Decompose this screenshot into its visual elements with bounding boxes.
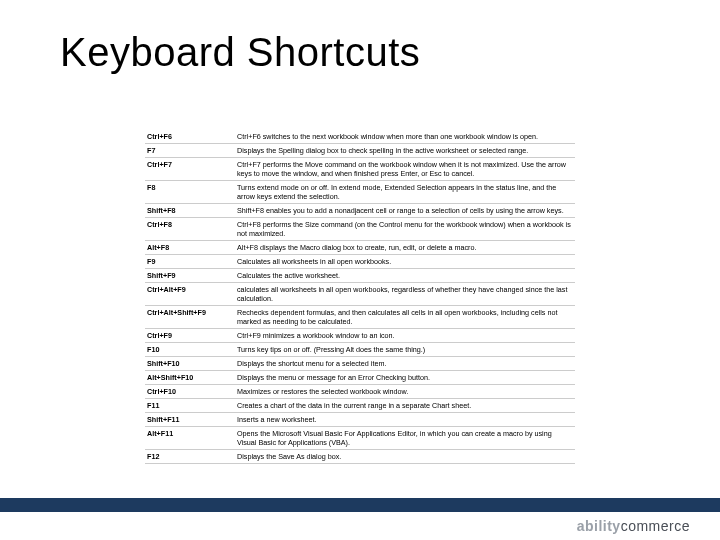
table-row: F9Calculates all worksheets in all open … — [145, 255, 575, 269]
shortcut-desc: Displays the menu or message for an Erro… — [235, 371, 575, 385]
shortcut-desc: Turns key tips on or off. (Pressing Alt … — [235, 343, 575, 357]
table-row: Alt+F8Alt+F8 displays the Macro dialog b… — [145, 241, 575, 255]
shortcut-desc: Displays the shortcut menu for a selecte… — [235, 357, 575, 371]
table-row: Ctrl+F6Ctrl+F6 switches to the next work… — [145, 130, 575, 144]
shortcut-key: Ctrl+Alt+F9 — [145, 283, 235, 306]
shortcut-key: F10 — [145, 343, 235, 357]
shortcut-desc: Calculates the active worksheet. — [235, 269, 575, 283]
shortcut-desc: Inserts a new worksheet. — [235, 413, 575, 427]
table-row: Ctrl+Alt+F9calculates all worksheets in … — [145, 283, 575, 306]
table-row: Alt+F11Opens the Microsoft Visual Basic … — [145, 427, 575, 450]
table-row: Ctrl+F10Maximizes or restores the select… — [145, 385, 575, 399]
shortcut-desc: Ctrl+F6 switches to the next workbook wi… — [235, 130, 575, 144]
table-row: Shift+F8Shift+F8 enables you to add a no… — [145, 204, 575, 218]
shortcut-key: Ctrl+F9 — [145, 329, 235, 343]
shortcut-desc: Rechecks dependent formulas, and then ca… — [235, 306, 575, 329]
shortcut-desc: Ctrl+F7 performs the Move command on the… — [235, 158, 575, 181]
shortcut-desc: Ctrl+F8 performs the Size command (on th… — [235, 218, 575, 241]
shortcut-key: Ctrl+F6 — [145, 130, 235, 144]
shortcut-desc: Ctrl+F9 minimizes a workbook window to a… — [235, 329, 575, 343]
table-row: F8Turns extend mode on or off. In extend… — [145, 181, 575, 204]
shortcuts-table-wrapper: Ctrl+F6Ctrl+F6 switches to the next work… — [145, 130, 575, 464]
table-row: Shift+F10Displays the shortcut menu for … — [145, 357, 575, 371]
table-row: Shift+F11Inserts a new worksheet. — [145, 413, 575, 427]
table-row: F11Creates a chart of the data in the cu… — [145, 399, 575, 413]
shortcut-key: Shift+F9 — [145, 269, 235, 283]
shortcut-key: Alt+Shift+F10 — [145, 371, 235, 385]
table-row: Ctrl+Alt+Shift+F9Rechecks dependent form… — [145, 306, 575, 329]
shortcut-key: F12 — [145, 450, 235, 464]
shortcut-key: Alt+F11 — [145, 427, 235, 450]
shortcut-key: F7 — [145, 144, 235, 158]
shortcut-key: Shift+F11 — [145, 413, 235, 427]
table-row: F10Turns key tips on or off. (Pressing A… — [145, 343, 575, 357]
shortcut-key: Shift+F10 — [145, 357, 235, 371]
table-row: Alt+Shift+F10Displays the menu or messag… — [145, 371, 575, 385]
shortcut-key: Shift+F8 — [145, 204, 235, 218]
shortcut-key: Ctrl+Alt+Shift+F9 — [145, 306, 235, 329]
shortcut-key: Ctrl+F10 — [145, 385, 235, 399]
shortcut-desc: Displays the Save As dialog box. — [235, 450, 575, 464]
footer-bar — [0, 498, 720, 512]
shortcut-desc: Calculates all worksheets in all open wo… — [235, 255, 575, 269]
table-row: F7Displays the Spelling dialog box to ch… — [145, 144, 575, 158]
logo-right: commerce — [621, 518, 690, 534]
shortcut-key: Ctrl+F8 — [145, 218, 235, 241]
logo: abilitycommerce — [577, 518, 690, 534]
shortcut-desc: Creates a chart of the data in the curre… — [235, 399, 575, 413]
table-row: Shift+F9Calculates the active worksheet. — [145, 269, 575, 283]
slide: Keyboard Shortcuts Ctrl+F6Ctrl+F6 switch… — [0, 0, 720, 540]
shortcut-key: Alt+F8 — [145, 241, 235, 255]
shortcut-key: F11 — [145, 399, 235, 413]
shortcut-key: F9 — [145, 255, 235, 269]
logo-left: ability — [577, 518, 621, 534]
shortcut-key: F8 — [145, 181, 235, 204]
table-row: Ctrl+F7Ctrl+F7 performs the Move command… — [145, 158, 575, 181]
shortcut-desc: Turns extend mode on or off. In extend m… — [235, 181, 575, 204]
shortcut-desc: Maximizes or restores the selected workb… — [235, 385, 575, 399]
table-row: Ctrl+F8Ctrl+F8 performs the Size command… — [145, 218, 575, 241]
shortcut-desc: Opens the Microsoft Visual Basic For App… — [235, 427, 575, 450]
shortcut-key: Ctrl+F7 — [145, 158, 235, 181]
shortcut-desc: Alt+F8 displays the Macro dialog box to … — [235, 241, 575, 255]
shortcut-desc: calculates all worksheets in all open wo… — [235, 283, 575, 306]
page-title: Keyboard Shortcuts — [60, 30, 420, 75]
table-row: Ctrl+F9Ctrl+F9 minimizes a workbook wind… — [145, 329, 575, 343]
shortcuts-table: Ctrl+F6Ctrl+F6 switches to the next work… — [145, 130, 575, 464]
shortcut-desc: Shift+F8 enables you to add a nonadjacen… — [235, 204, 575, 218]
shortcut-desc: Displays the Spelling dialog box to chec… — [235, 144, 575, 158]
table-row: F12Displays the Save As dialog box. — [145, 450, 575, 464]
